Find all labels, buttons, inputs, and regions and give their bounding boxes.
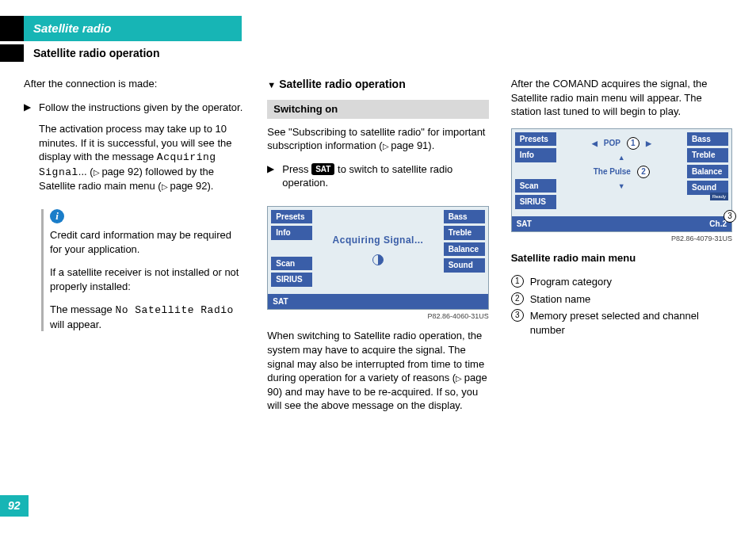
subheader-accent — [0, 44, 24, 62]
press-sat-text: Press SAT to switch to satellite radio o… — [282, 162, 488, 190]
press-a: Press — [282, 163, 311, 175]
main-menu-caption: Satellite radio main menu — [511, 251, 732, 265]
detail-b: ... ( — [78, 166, 94, 177]
section-subtitle: Satellite radio operation — [24, 44, 159, 63]
sat-button-pill: SAT — [311, 163, 334, 176]
panel-footer-sat: SAT — [273, 296, 288, 307]
page-ref-92a: page 92 — [94, 166, 139, 177]
panel-btn-scan: Scan — [271, 257, 312, 271]
explain-b: ) and may have to be re-acquired. If so,… — [267, 386, 478, 412]
column-1: After the connection is made: ▶ Follow t… — [24, 77, 245, 422]
panel-btn-presets: Presets — [515, 132, 556, 147]
info-receiver: If a satellite receiver is not installed… — [50, 265, 245, 293]
callout-1: 1 — [627, 137, 640, 150]
panel-btn-balance: Balance — [687, 165, 728, 179]
panel-btn-scan: Scan — [515, 179, 556, 193]
info-note: i Credit card information may be require… — [41, 209, 245, 331]
category-pop: POP — [604, 138, 620, 149]
page-ref-92b: page 92 — [162, 180, 208, 192]
figure-id-2: P82.86-4079-31US — [511, 234, 732, 243]
see-b: ). — [428, 139, 434, 151]
screenshot-acquiring: Presets Info Scan SIRIUS Acquiring Signa… — [267, 206, 488, 311]
spinner-icon — [372, 254, 384, 265]
panel-btn-sirius: SIRIUS — [515, 195, 556, 209]
see-a: See "Subscribing to satellite radio" for… — [267, 126, 485, 152]
ready-badge: Ready — [710, 193, 728, 200]
panel-btn-sound: Sound — [444, 258, 485, 273]
column-3: After the COMAND acquires the signal, th… — [511, 77, 732, 422]
callout-2: 2 — [637, 166, 650, 178]
col3-intro: After the COMAND acquires the signal, th… — [511, 77, 732, 119]
step-activation-detail: The activation process may take up to 10… — [39, 122, 245, 193]
step-follow: ▶ Follow the instructions given by the o… — [24, 101, 245, 201]
station-name: The Pulse — [594, 166, 631, 177]
panel-btn-treble: Treble — [444, 226, 485, 240]
header-accent — [0, 16, 24, 41]
acquiring-signal-display: Acquiring Signal... — [312, 234, 443, 246]
panel-footer-sat: SAT — [517, 219, 532, 230]
panel-btn-info: Info — [515, 148, 556, 162]
step-press-sat: ▶ Press SAT to switch to satellite radio… — [267, 162, 488, 198]
column-2: Satellite radio operation Switching on S… — [267, 77, 488, 422]
panel-gap — [515, 165, 556, 177]
section-subheader: Satellite radio operation — [0, 44, 732, 63]
switching-on-box: Switching on — [267, 100, 488, 119]
arrow-down-icon: ▼ — [556, 181, 687, 191]
panel-btn-bass: Bass — [444, 210, 485, 224]
chapter-header: Satellite radio — [0, 16, 732, 41]
panel-btn-balance: Balance — [444, 242, 485, 257]
station-line: The Pulse 2 — [556, 166, 687, 178]
callout-3: 3 — [724, 210, 736, 223]
step-marker-icon: ▶ — [24, 101, 31, 201]
info-msg-a: The message — [50, 303, 115, 315]
arrow-left-icon: ◀ — [592, 139, 598, 148]
arrow-up-icon: ▲ — [556, 153, 687, 162]
legend: 1 Program category 2 Station name 3 Memo… — [511, 275, 732, 337]
step-marker-icon: ▶ — [267, 162, 274, 198]
screenshot-main-menu: Presets Info Scan SIRIUS ◀ POP 1 ▶ ▲ T — [511, 128, 732, 233]
see-subscribing: See "Subscribing to satellite radio" for… — [267, 125, 488, 153]
info-credit-card: Credit card information may be required … — [50, 228, 245, 256]
panel-btn-info: Info — [271, 226, 312, 240]
legend-text-3: Memory preset selected and channel numbe… — [530, 309, 732, 337]
panel-btn-sirius: SIRIUS — [271, 273, 312, 287]
col1-intro: After the connection is made: — [24, 77, 245, 91]
chapter-title: Satellite radio — [24, 16, 242, 41]
page-columns: After the connection is made: ▶ Follow t… — [24, 77, 732, 422]
legend-callout-3: 3 — [511, 309, 524, 322]
detail-d: ). — [207, 180, 213, 192]
panel-gap — [271, 242, 312, 254]
legend-text-2: Station name — [530, 292, 732, 307]
panel-btn-presets: Presets — [271, 210, 312, 224]
panel-btn-bass: Bass — [687, 132, 728, 147]
legend-callout-1: 1 — [511, 275, 524, 288]
info-icon: i — [50, 209, 64, 223]
page-ref-91: page 91 — [383, 139, 429, 151]
no-sat-radio-mono: No Satellite Radio — [115, 304, 233, 316]
legend-callout-2: 2 — [511, 292, 524, 305]
category-line: ◀ POP 1 ▶ — [556, 137, 687, 150]
explain-a: When switching to Satellite radio operat… — [267, 330, 484, 383]
info-msg-b: will appear. — [50, 318, 101, 330]
legend-text-1: Program category — [530, 275, 732, 289]
figure-id-1: P82.86-4060-31US — [267, 311, 488, 321]
panel-btn-treble: Treble — [687, 148, 728, 162]
page-number: 92 — [0, 495, 29, 517]
col2-heading: Satellite radio operation — [267, 77, 488, 92]
info-message: The message No Satellite Radio will appe… — [50, 303, 245, 331]
arrow-right-icon: ▶ — [646, 139, 651, 148]
col2-explain: When switching to Satellite radio operat… — [267, 329, 488, 412]
step-follow-text: Follow the instructions given by the ope… — [39, 101, 245, 115]
